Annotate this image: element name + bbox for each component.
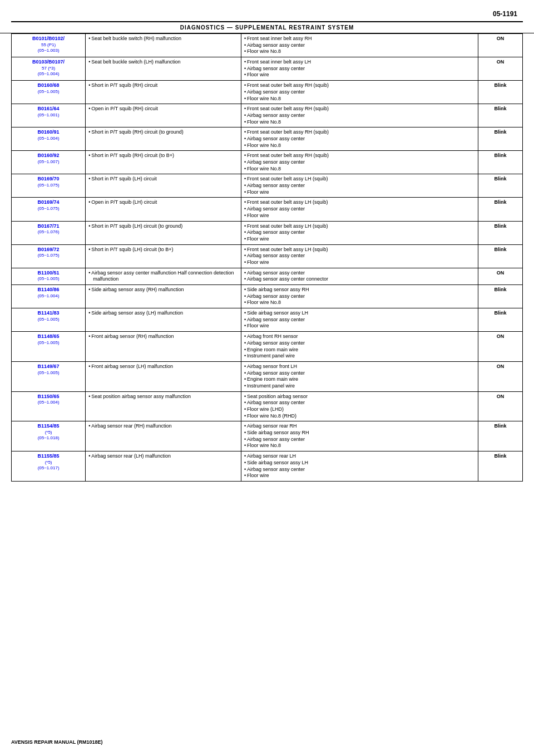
suspect-item: Airbag sensor rear LH — [244, 453, 475, 460]
suspect-item: Airbag sensor assy center — [244, 293, 475, 300]
suspect-item: Floor wire No.8 — [244, 300, 475, 306]
suspect-item: Side airbag sensor assy RH — [244, 287, 475, 293]
trouble-text: Airbag sensor rear (RH) malfunction — [88, 423, 238, 430]
trouble-text: Side airbag sensor assy (LH) malfunction — [88, 310, 238, 317]
dtc-code: B0160/91 — [14, 129, 82, 136]
dtc-ref: (05~1.076) — [14, 229, 82, 235]
suspect-item: Airbag sensor assy center — [244, 66, 475, 72]
suspect-item: Airbag sensor assy center — [244, 89, 475, 96]
dtc-ref: (05~1.001) — [14, 112, 82, 118]
suspect-item: Airbag sensor assy center connector — [244, 276, 475, 283]
dtc-cell: B0101/B0102/55 (P1)(05~1.003) — [12, 34, 86, 57]
suspect-item: Floor wire — [244, 189, 475, 196]
footer-text: AVENSIS REPAIR MANUAL (RM1018E) — [11, 739, 103, 745]
warning-indicator: Blink — [495, 153, 507, 158]
dtc-ref: (*5) — [14, 460, 82, 465]
warning-indicator: Blink — [495, 176, 507, 181]
suspect-cell: Airbag front RH sensorAirbag sensor assy… — [241, 332, 478, 362]
table-row: B1148/65(05~1.005)Front airbag sensor (R… — [12, 332, 523, 362]
table-row: B1140/86(05~1.004)Side airbag sensor ass… — [12, 285, 523, 308]
trouble-cell: Open in P/T squib (RH) circuit — [86, 104, 241, 127]
suspect-cell: Side airbag sensor assy RHAirbag sensor … — [241, 285, 478, 308]
warning-indicator: ON — [497, 364, 505, 369]
suspect-item: Airbag sensor assy center — [244, 206, 475, 213]
suspect-item: Airbag sensor assy center — [244, 229, 475, 236]
trouble-text: Seat belt buckle switch (LH) malfunction — [88, 59, 238, 66]
trouble-text: Seat position airbag sensor assy malfunc… — [88, 394, 238, 400]
suspect-item: Front seat outer belt assy RH (squib) — [244, 106, 475, 112]
suspect-cell: Airbag sensor front LHAirbag sensor assy… — [241, 361, 478, 391]
trouble-cell: Short in P/T squib (RH) circuit — [86, 81, 241, 104]
trouble-cell: Seat belt buckle switch (LH) malfunction — [86, 57, 241, 81]
dtc-ref: (05~1.004) — [14, 293, 82, 299]
dtc-ref: (05~1.004) — [14, 71, 82, 77]
suspect-item: Front seat outer belt assy LH (squib) — [244, 176, 475, 183]
suspect-item: Floor wire — [244, 213, 475, 219]
suspect-item: Airbag sensor assy center — [244, 317, 475, 323]
page-number: 05-1191 — [493, 10, 517, 18]
trouble-cell: Side airbag sensor assy (LH) malfunction — [86, 308, 241, 332]
suspect-cell: Side airbag sensor assy LHAirbag sensor … — [241, 308, 478, 332]
warning-indicator: ON — [497, 59, 505, 65]
trouble-text: Front airbag sensor (RH) malfunction — [88, 333, 238, 340]
dtc-ref: (05~1.018) — [14, 435, 82, 441]
table-row: B0169/74(05~1.075)Open in P/T squib (LH)… — [12, 198, 523, 221]
dtc-ref: 55 (P1) — [14, 42, 82, 48]
suspect-item: Airbag sensor assy center — [244, 436, 475, 443]
dtc-ref: (05~1.007) — [14, 159, 82, 165]
dtc-code: B0167/71 — [14, 223, 82, 230]
table-row: B1100/51(05~1.005)Airbag sensor assy cen… — [12, 268, 523, 284]
suspect-cell: Airbag sensor assy centerAirbag sensor a… — [241, 268, 478, 284]
table-row: B0160/92(05~1.007)Short in P/T squib (RH… — [12, 151, 523, 174]
trouble-text: Open in P/T squib (LH) circuit — [88, 199, 238, 206]
dtc-cell: B1141/83(05~1.005) — [12, 308, 86, 332]
dtc-ref: 57 (*3) — [14, 66, 82, 71]
trouble-text: Short in P/T squib (RH) circuit (to grou… — [88, 129, 238, 136]
trouble-text: Short in P/T squib (LH) circuit (to grou… — [88, 223, 238, 230]
dtc-cell: B1155/85(*5)(05~1.017) — [12, 451, 86, 482]
dtc-code: B0169/74 — [14, 199, 82, 206]
warning-cell: Blink — [478, 221, 523, 244]
table-row: B0161/64(05~1.001)Open in P/T squib (RH)… — [12, 104, 523, 127]
dtc-ref: (05~1.005) — [14, 370, 82, 376]
trouble-cell: Seat position airbag sensor assy malfunc… — [86, 391, 241, 421]
trouble-cell: Airbag sensor rear (LH) malfunction — [86, 451, 241, 482]
dtc-code: B0103/B0107/ — [14, 59, 82, 66]
suspect-item: Floor wire — [244, 323, 475, 330]
dtc-ref: (05~1.004) — [14, 400, 82, 405]
dtc-ref: (05~1.005) — [14, 317, 82, 322]
dtc-cell: B1150/65(05~1.004) — [12, 391, 86, 421]
warning-indicator: Blink — [495, 247, 507, 252]
suspect-item: Floor wire No.8 (RHD) — [244, 413, 475, 420]
suspect-item: Floor wire No.8 — [244, 119, 475, 126]
trouble-text: Seat belt buckle switch (RH) malfunction — [88, 36, 238, 42]
suspect-cell: Front seat outer belt assy LH (squib)Air… — [241, 198, 478, 221]
suspect-item: Airbag sensor front LH — [244, 364, 475, 370]
suspect-item: Airbag sensor assy center — [244, 136, 475, 143]
trouble-text: Side airbag sensor assy (RH) malfunction — [88, 287, 238, 293]
dtc-code: B0161/64 — [14, 106, 82, 112]
dtc-ref: (05~1.017) — [14, 465, 82, 471]
warning-cell: Blink — [478, 421, 523, 451]
dtc-code: B1140/86 — [14, 287, 82, 293]
suspect-item: Side airbag sensor assy LH — [244, 310, 475, 317]
warning-cell: Blink — [478, 174, 523, 198]
dtc-cell: B0160/68(05~1.005) — [12, 81, 86, 104]
suspect-cell: Front seat inner belt assy RHAirbag sens… — [241, 34, 478, 57]
dtc-code: B1141/83 — [14, 310, 82, 317]
dtc-code: B1150/65 — [14, 394, 82, 400]
trouble-cell: Short in P/T squib (LH) circuit (to grou… — [86, 221, 241, 244]
dtc-cell: B0167/71(05~1.076) — [12, 221, 86, 244]
dtc-ref: (05~1.075) — [14, 183, 82, 188]
dtc-cell: B1100/51(05~1.005) — [12, 268, 86, 284]
warning-cell: ON — [478, 391, 523, 421]
suspect-item: Airbag sensor assy center — [244, 340, 475, 347]
suspect-item: Front seat outer belt assy LH (squib) — [244, 223, 475, 230]
warning-cell: Blink — [478, 285, 523, 308]
trouble-text: Short in P/T squib (LH) circuit — [88, 176, 238, 183]
dtc-cell: B1148/65(05~1.005) — [12, 332, 86, 362]
table-row: B0103/B0107/57 (*3)(05~1.004)Seat belt b… — [12, 57, 523, 81]
warning-indicator: Blink — [495, 287, 507, 292]
suspect-item: Instrument panel wire — [244, 353, 475, 360]
trouble-cell: Airbag sensor rear (RH) malfunction — [86, 421, 241, 451]
